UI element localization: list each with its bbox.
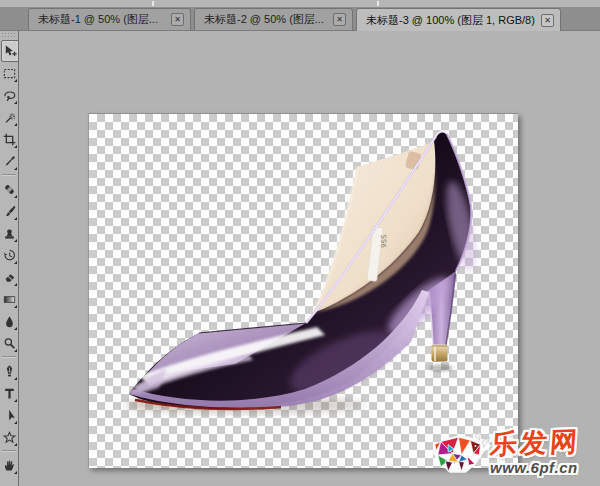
crop-icon xyxy=(2,132,17,147)
tool-group-separator xyxy=(2,356,16,358)
brush-tool-button[interactable] xyxy=(0,200,18,222)
panel-grip[interactable] xyxy=(1,32,17,38)
eyedropper-icon xyxy=(2,154,17,169)
window-top-strip xyxy=(0,0,600,7)
spot-healing-brush-tool-button[interactable] xyxy=(0,178,18,200)
tab-untitled-3-active[interactable]: 未标题-3 @ 100% (图层 1, RGB/8) * ✕ xyxy=(356,8,561,31)
clone-stamp-icon xyxy=(2,226,17,241)
tab-untitled-2[interactable]: 未标题-2 @ 50% (图层... ✕ xyxy=(194,8,353,30)
custom-shape-icon xyxy=(2,430,17,445)
magic-wand-icon xyxy=(2,110,17,125)
path-selection-tool-button[interactable] xyxy=(0,404,18,426)
hand-tool-button[interactable] xyxy=(0,454,18,476)
window-divider-tick xyxy=(377,1,379,6)
rectangular-marquee-icon xyxy=(2,66,17,81)
type-tool-button[interactable] xyxy=(0,382,18,404)
custom-shape-tool-button[interactable] xyxy=(0,426,18,448)
tab-label: 未标题-1 @ 50% (图层... xyxy=(38,12,165,27)
spot-healing-brush-icon xyxy=(2,182,17,197)
lasso-icon xyxy=(2,88,17,103)
crop-tool-button[interactable] xyxy=(0,128,18,150)
tab-close-icon[interactable]: ✕ xyxy=(171,13,184,26)
tab-close-icon[interactable]: ✕ xyxy=(541,14,554,27)
brush-icon xyxy=(2,204,17,219)
path-selection-icon xyxy=(2,408,17,423)
clone-stamp-tool-button[interactable] xyxy=(0,222,18,244)
move-icon xyxy=(3,44,18,59)
hand-icon xyxy=(2,458,17,473)
window-divider-tick xyxy=(152,1,154,6)
eraser-tool-button[interactable] xyxy=(0,266,18,288)
tool-group-separator xyxy=(2,450,16,452)
magic-wand-tool-button[interactable] xyxy=(0,106,18,128)
tab-label: 未标题-2 @ 50% (图层... xyxy=(204,12,327,27)
tab-close-icon[interactable]: ✕ xyxy=(333,13,346,26)
gradient-icon xyxy=(2,292,17,307)
tab-untitled-1[interactable]: 未标题-1 @ 50% (图层... ✕ xyxy=(28,8,191,30)
blur-tool-button[interactable] xyxy=(0,310,18,332)
blur-icon xyxy=(2,314,17,329)
lasso-tool-button[interactable] xyxy=(0,84,18,106)
eyedropper-tool-button[interactable] xyxy=(0,150,18,172)
tool-group-separator xyxy=(2,174,16,176)
tab-label: 未标题-3 @ 100% (图层 1, RGB/8) * xyxy=(366,13,535,28)
document-tabbar: 未标题-1 @ 50% (图层... ✕ 未标题-2 @ 50% (图层... … xyxy=(0,7,600,31)
tools-panel xyxy=(0,31,19,486)
history-brush-icon xyxy=(2,248,17,263)
pen-tool-button[interactable] xyxy=(0,360,18,382)
rectangular-marquee-tool-button[interactable] xyxy=(0,62,18,84)
move-tool-button[interactable] xyxy=(1,40,19,62)
pen-icon xyxy=(2,364,17,379)
history-brush-tool-button[interactable] xyxy=(0,244,18,266)
type-icon xyxy=(2,386,17,401)
dodge-tool-button[interactable] xyxy=(0,332,18,354)
document-canvas[interactable]: SS6 xyxy=(88,113,518,468)
dodge-icon xyxy=(2,336,17,351)
shoe-image: SS6 xyxy=(89,114,518,468)
eraser-icon xyxy=(2,270,17,285)
size-sticker-text: SS6 xyxy=(379,234,387,248)
gradient-tool-button[interactable] xyxy=(0,288,18,310)
